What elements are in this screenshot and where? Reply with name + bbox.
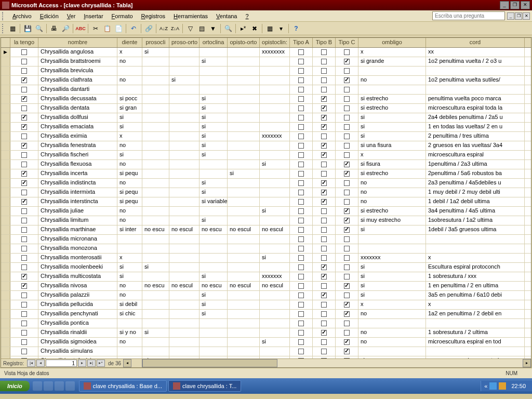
cell[interactable] — [290, 179, 313, 188]
cell[interactable] — [228, 216, 260, 225]
cell[interactable]: no — [358, 197, 426, 206]
cell[interactable] — [358, 235, 426, 244]
cell[interactable] — [142, 76, 169, 85]
tipo-a-checkbox[interactable] — [298, 255, 304, 261]
cell[interactable]: no — [117, 179, 142, 188]
cell[interactable] — [169, 310, 200, 318]
cell[interactable] — [10, 179, 38, 188]
cell[interactable]: 2a3 penultima / 4a5debiles u — [426, 179, 525, 188]
row-selector[interactable] — [1, 263, 10, 272]
row-selector[interactable] — [1, 66, 10, 75]
cell[interactable] — [290, 254, 313, 262]
cell[interactable]: no — [358, 188, 426, 197]
cell[interactable] — [290, 197, 313, 206]
cell[interactable] — [358, 347, 426, 356]
cell[interactable] — [169, 48, 200, 57]
cell[interactable] — [290, 141, 313, 150]
cell[interactable] — [260, 319, 290, 328]
la-tengo-checkbox[interactable] — [21, 227, 27, 233]
cell[interactable] — [169, 272, 200, 281]
cell[interactable] — [336, 141, 358, 150]
cell[interactable]: 1debil / 3a5 gruesos ultima — [426, 225, 525, 234]
cell[interactable]: 1 debil / 1a2 debil ultima — [426, 197, 525, 206]
tipo-b-checkbox[interactable] — [321, 96, 327, 102]
taskbar-task[interactable]: clave chrysallida : T... — [168, 380, 241, 392]
cell[interactable] — [260, 141, 290, 150]
la-tengo-checkbox[interactable] — [21, 292, 27, 298]
cell[interactable]: si — [260, 254, 290, 262]
cell[interactable]: si debil — [117, 300, 142, 309]
cell[interactable]: 1a2 en penultima / 2 debil en — [426, 310, 525, 318]
cell[interactable] — [10, 338, 38, 347]
cell[interactable] — [10, 300, 38, 309]
table-row[interactable]: Chrysallida clathratanosino1o2 penultima… — [1, 76, 531, 85]
menu-grip[interactable] — [2, 12, 5, 20]
cell[interactable]: si — [358, 225, 426, 234]
tipo-c-checkbox[interactable] — [344, 264, 350, 270]
cell[interactable]: no — [117, 141, 142, 150]
cell[interactable] — [228, 113, 260, 122]
cell[interactable]: si — [200, 141, 228, 150]
row-selector[interactable] — [1, 160, 10, 169]
cell[interactable] — [228, 328, 260, 337]
cell[interactable] — [260, 179, 290, 188]
cell[interactable]: x — [426, 254, 525, 262]
cell[interactable] — [228, 104, 260, 113]
cell[interactable] — [200, 85, 228, 94]
tipo-c-checkbox[interactable] — [344, 171, 350, 177]
tipo-b-checkbox[interactable] — [321, 255, 327, 261]
cell[interactable] — [142, 151, 169, 159]
cell[interactable]: no escul — [260, 282, 290, 290]
column-header[interactable]: nombre — [38, 38, 117, 47]
cell[interactable]: no — [358, 76, 426, 85]
cell[interactable] — [336, 310, 358, 318]
cell[interactable] — [10, 347, 38, 356]
cell[interactable]: Chrysallida intermixta — [38, 188, 117, 197]
cell[interactable]: si — [142, 328, 169, 337]
hscroll-right-button[interactable]: ▸ — [523, 359, 531, 367]
cell[interactable] — [336, 123, 358, 131]
cell[interactable] — [336, 319, 358, 328]
cell[interactable] — [169, 95, 200, 103]
tipo-b-checkbox[interactable] — [321, 274, 327, 280]
restore-button[interactable]: ❐ — [510, 1, 520, 9]
cell[interactable] — [142, 188, 169, 197]
tipo-c-checkbox[interactable] — [344, 190, 350, 195]
cell[interactable]: si — [117, 113, 142, 122]
cell[interactable] — [260, 235, 290, 244]
cell[interactable] — [10, 95, 38, 103]
cell[interactable] — [336, 291, 358, 300]
cell[interactable]: x — [358, 300, 426, 309]
cell[interactable] — [142, 319, 169, 328]
cell[interactable]: si — [260, 338, 290, 347]
cell[interactable] — [142, 272, 169, 281]
quicklaunch-icon[interactable] — [65, 381, 75, 391]
cell[interactable]: no — [117, 291, 142, 300]
row-selector[interactable] — [1, 113, 10, 122]
sort-desc-button[interactable]: Z↓A — [170, 23, 180, 34]
row-selector[interactable] — [1, 95, 10, 103]
tipo-b-checkbox[interactable] — [321, 358, 327, 358]
cell[interactable] — [290, 347, 313, 356]
cell[interactable]: no — [358, 179, 426, 188]
cell[interactable] — [228, 188, 260, 197]
column-header[interactable]: la tengo — [10, 38, 38, 47]
row-selector[interactable] — [1, 179, 10, 188]
cell[interactable]: no — [358, 338, 426, 347]
cell[interactable]: 1penultima / 2a3 ultima — [426, 160, 525, 169]
cell[interactable]: 1 sobresutura / 2 ultima — [426, 328, 525, 337]
cell[interactable] — [142, 179, 169, 188]
la-tengo-checkbox[interactable] — [21, 274, 27, 280]
cell[interactable] — [290, 57, 313, 66]
la-tengo-checkbox[interactable] — [21, 162, 27, 167]
cell[interactable]: microescultura espiral — [426, 151, 525, 159]
cell[interactable]: si — [200, 300, 228, 309]
cell[interactable] — [10, 263, 38, 272]
cell[interactable]: xxxxxxx — [260, 132, 290, 141]
tipo-c-checkbox[interactable] — [344, 96, 350, 102]
cell[interactable]: Chrysallida nivosa — [38, 282, 117, 290]
cell[interactable] — [169, 319, 200, 328]
table-row[interactable]: Chrysallida dantarti — [1, 85, 531, 95]
la-tengo-checkbox[interactable] — [21, 134, 27, 139]
menu-formato[interactable]: Formato — [108, 12, 137, 20]
